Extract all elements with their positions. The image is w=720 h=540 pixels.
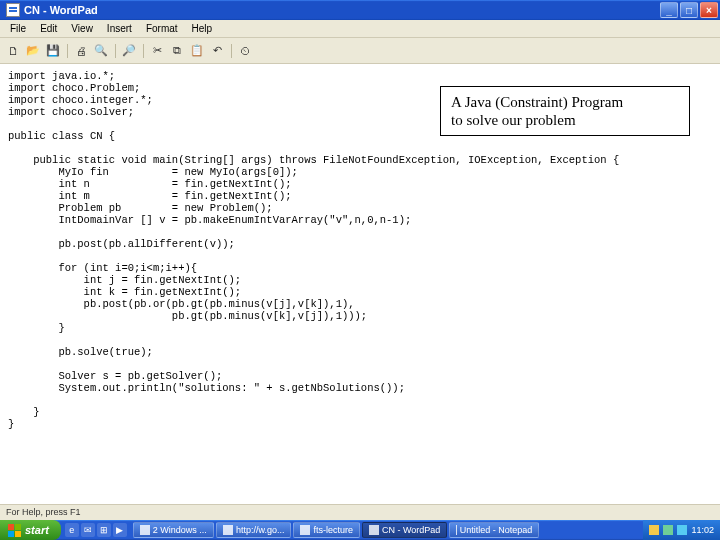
toolbar-separator [64, 42, 70, 60]
task-item[interactable]: 2 Windows ... [133, 522, 214, 538]
menu-view[interactable]: View [65, 21, 99, 36]
toolbar-separator [140, 42, 146, 60]
system-tray: 11:02 [643, 520, 720, 540]
annotation-line1: A Java (Constraint) Program [451, 93, 679, 111]
ie-icon [223, 525, 233, 535]
paste-icon[interactable]: 📋 [188, 42, 206, 60]
cut-icon[interactable]: ✂ [148, 42, 166, 60]
minimize-button[interactable]: _ [660, 2, 678, 18]
undo-icon[interactable]: ↶ [208, 42, 226, 60]
taskbar-tasks: 2 Windows ... http://w.go... fts-lecture… [131, 522, 644, 538]
toolbar-separator [228, 42, 234, 60]
window-title: CN - WordPad [24, 4, 660, 16]
print-icon[interactable]: 🖨 [72, 42, 90, 60]
pdf-icon [300, 525, 310, 535]
folder-icon [140, 525, 150, 535]
task-label: http://w.go... [236, 525, 285, 535]
close-button[interactable]: × [700, 2, 718, 18]
taskbar: start e ✉ ⊞ ▶ 2 Windows ... http://w.go.… [0, 520, 720, 540]
windows-logo-icon [8, 524, 21, 537]
date-icon[interactable]: ⏲ [236, 42, 254, 60]
window-titlebar: CN - WordPad _ □ × [0, 0, 720, 20]
annotation-line2: to solve our problem [451, 111, 679, 129]
ql-media-icon[interactable]: ▶ [113, 523, 127, 537]
menu-edit[interactable]: Edit [34, 21, 63, 36]
task-label: fts-lecture [313, 525, 353, 535]
start-label: start [25, 524, 49, 536]
tray-clock[interactable]: 11:02 [691, 525, 714, 535]
start-button[interactable]: start [0, 520, 61, 540]
quick-launch: e ✉ ⊞ ▶ [61, 523, 131, 537]
app-icon [6, 3, 20, 17]
menu-file[interactable]: File [4, 21, 32, 36]
tray-icon[interactable] [649, 525, 659, 535]
status-bar: For Help, press F1 [0, 504, 720, 520]
task-item-active[interactable]: CN - WordPad [362, 522, 447, 538]
document-area[interactable]: import java.io.*; import choco.Problem; … [0, 64, 720, 504]
status-text: For Help, press F1 [6, 507, 81, 517]
open-icon[interactable]: 📂 [24, 42, 42, 60]
ql-ie-icon[interactable]: e [65, 523, 79, 537]
menu-bar: File Edit View Insert Format Help [0, 20, 720, 38]
task-label: Untitled - Notepad [460, 525, 533, 535]
wordpad-icon [369, 525, 379, 535]
tray-icon[interactable] [663, 525, 673, 535]
menu-format[interactable]: Format [140, 21, 184, 36]
menu-help[interactable]: Help [186, 21, 219, 36]
new-icon[interactable]: 🗋 [4, 42, 22, 60]
find-icon[interactable]: 🔎 [120, 42, 138, 60]
task-item[interactable]: Untitled - Notepad [449, 522, 539, 538]
preview-icon[interactable]: 🔍 [92, 42, 110, 60]
maximize-button[interactable]: □ [680, 2, 698, 18]
task-item[interactable]: http://w.go... [216, 522, 292, 538]
copy-icon[interactable]: ⧉ [168, 42, 186, 60]
menu-insert[interactable]: Insert [101, 21, 138, 36]
tray-icon[interactable] [677, 525, 687, 535]
task-label: 2 Windows ... [153, 525, 207, 535]
task-label: CN - WordPad [382, 525, 440, 535]
toolbar-separator [112, 42, 118, 60]
toolbar: 🗋 📂 💾 🖨 🔍 🔎 ✂ ⧉ 📋 ↶ ⏲ [0, 38, 720, 64]
ql-mail-icon[interactable]: ✉ [81, 523, 95, 537]
annotation-box: A Java (Constraint) Program to solve our… [440, 86, 690, 136]
save-icon[interactable]: 💾 [44, 42, 62, 60]
task-item[interactable]: fts-lecture [293, 522, 360, 538]
ql-desktop-icon[interactable]: ⊞ [97, 523, 111, 537]
